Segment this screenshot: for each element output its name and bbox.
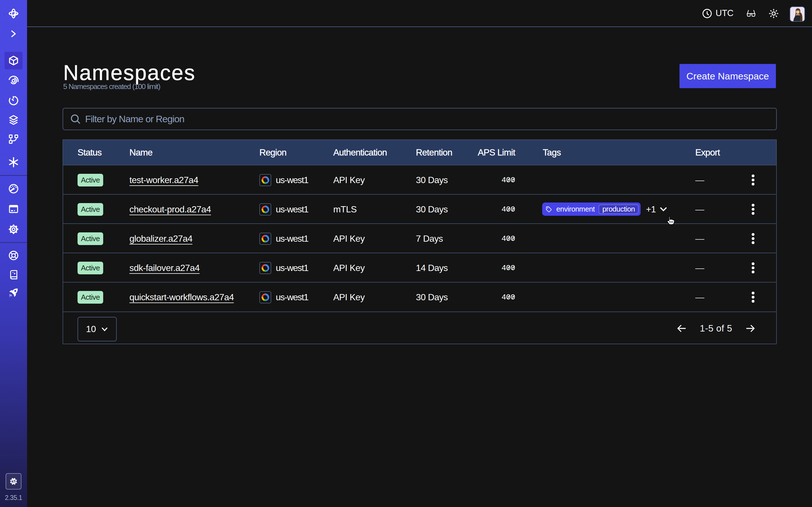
svg-text:$: $ — [12, 478, 15, 484]
